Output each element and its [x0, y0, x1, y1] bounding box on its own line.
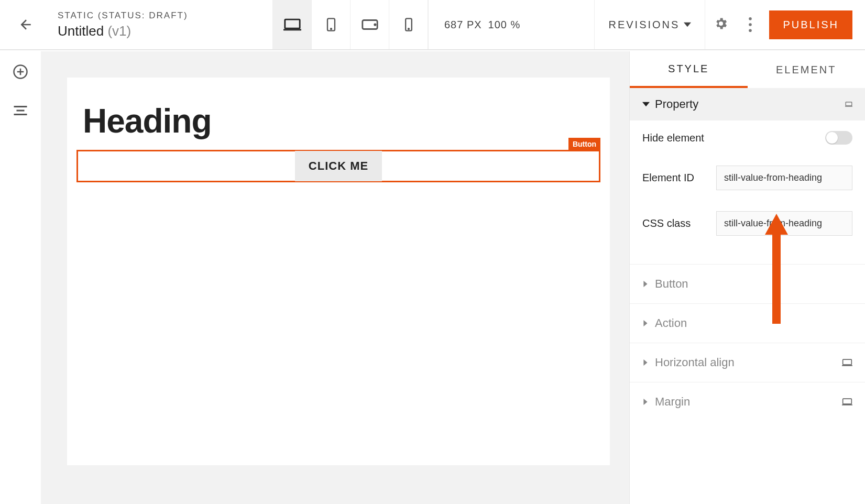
- phone-icon: [400, 17, 418, 32]
- svg-point-4: [374, 24, 375, 25]
- hide-element-row: Hide element: [630, 120, 865, 155]
- chevron-right-icon: [642, 359, 649, 366]
- outline-button[interactable]: [13, 103, 28, 120]
- hide-element-label: Hide element: [642, 132, 704, 144]
- section-button[interactable]: Button: [630, 264, 865, 303]
- viewport-px: 687 PX: [444, 19, 482, 31]
- gear-icon: [714, 16, 728, 31]
- chevron-right-icon: [642, 320, 649, 326]
- viewport-info: 687 PX 100 %: [429, 19, 536, 31]
- tab-element[interactable]: ELEMENT: [748, 51, 866, 88]
- svg-rect-13: [843, 399, 852, 404]
- svg-rect-12: [843, 359, 852, 365]
- more-menu-button[interactable]: [743, 17, 758, 32]
- add-element-button[interactable]: [13, 64, 28, 82]
- device-switcher: [272, 0, 429, 49]
- selected-element-tag: Button: [568, 138, 600, 150]
- svg-point-6: [408, 28, 409, 29]
- section-margin[interactable]: Margin: [630, 382, 865, 421]
- topbar: STATIC (STATUS: DRAFT) Untitled (v1) 687…: [0, 0, 865, 50]
- revisions-dropdown[interactable]: REVISIONS: [594, 0, 705, 49]
- desktop-icon: [842, 358, 852, 367]
- section-action-title: Action: [655, 316, 687, 330]
- page-status: STATIC (STATUS: DRAFT): [58, 10, 215, 21]
- page-title-text: Untitled: [58, 23, 104, 39]
- canvas-button[interactable]: CLICK ME: [295, 151, 382, 181]
- element-id-row: Element ID: [630, 155, 865, 201]
- chevron-right-icon: [642, 281, 649, 287]
- device-desktop-button[interactable]: [273, 0, 312, 49]
- page-meta: STATIC (STATUS: DRAFT) Untitled (v1): [52, 10, 220, 39]
- page-version: (v1): [107, 23, 131, 39]
- arrow-left-icon: [18, 17, 34, 32]
- properties-panel: STYLE ELEMENT Property Hide element Elem…: [629, 51, 865, 504]
- chevron-right-icon: [642, 399, 649, 405]
- plus-circle-icon: [13, 64, 28, 80]
- svg-rect-0: [284, 19, 299, 28]
- svg-point-9: [749, 29, 752, 32]
- settings-button[interactable]: [714, 16, 728, 33]
- section-action[interactable]: Action: [630, 303, 865, 343]
- selected-element-inner: CLICK ME: [78, 151, 599, 181]
- css-class-label: CSS class: [642, 217, 691, 229]
- section-button-title: Button: [655, 277, 688, 291]
- desktop-icon: [845, 101, 852, 108]
- device-phone-button[interactable]: [389, 0, 428, 49]
- more-vertical-icon: [743, 17, 758, 32]
- element-id-input[interactable]: [716, 166, 852, 190]
- header-icon-buttons: [705, 0, 766, 49]
- section-halign-title: Horizontal align: [655, 356, 735, 369]
- device-tablet-portrait-button[interactable]: [312, 0, 351, 49]
- publish-button[interactable]: PUBLISH: [769, 10, 852, 39]
- device-tablet-landscape-button[interactable]: [351, 0, 389, 49]
- svg-rect-11: [846, 102, 852, 106]
- outline-icon: [13, 103, 28, 118]
- selected-element[interactable]: Button CLICK ME: [76, 150, 600, 182]
- revisions-label: REVISIONS: [608, 19, 680, 31]
- left-toolbar: [0, 51, 41, 504]
- section-horizontal-align[interactable]: Horizontal align: [630, 343, 865, 382]
- section-property-header[interactable]: Property: [630, 88, 865, 120]
- canvas-heading[interactable]: Heading: [76, 102, 600, 140]
- element-id-label: Element ID: [642, 172, 694, 184]
- tab-style[interactable]: STYLE: [630, 51, 748, 88]
- chevron-down-icon: [684, 21, 691, 28]
- svg-point-8: [749, 23, 752, 26]
- canvas[interactable]: Heading Button CLICK ME: [67, 78, 610, 465]
- tablet-landscape-icon: [361, 17, 379, 32]
- panel-tabs: STYLE ELEMENT: [630, 51, 865, 88]
- desktop-icon: [842, 398, 852, 406]
- desktop-icon: [283, 17, 301, 32]
- css-class-row: CSS class: [630, 201, 865, 246]
- section-property-title: Property: [655, 97, 698, 111]
- chevron-down-icon: [642, 101, 650, 108]
- svg-point-2: [331, 28, 332, 29]
- page-title: Untitled (v1): [58, 23, 215, 39]
- svg-point-7: [749, 17, 752, 20]
- css-class-input[interactable]: [716, 211, 852, 236]
- hide-element-toggle[interactable]: [825, 131, 852, 145]
- back-button[interactable]: [0, 0, 52, 49]
- main: Heading Button CLICK ME STYLE ELEMENT Pr…: [41, 51, 865, 504]
- canvas-area[interactable]: Heading Button CLICK ME: [41, 51, 629, 504]
- tablet-portrait-icon: [322, 17, 340, 32]
- section-margin-title: Margin: [655, 395, 690, 409]
- viewport-pct: 100 %: [488, 19, 521, 31]
